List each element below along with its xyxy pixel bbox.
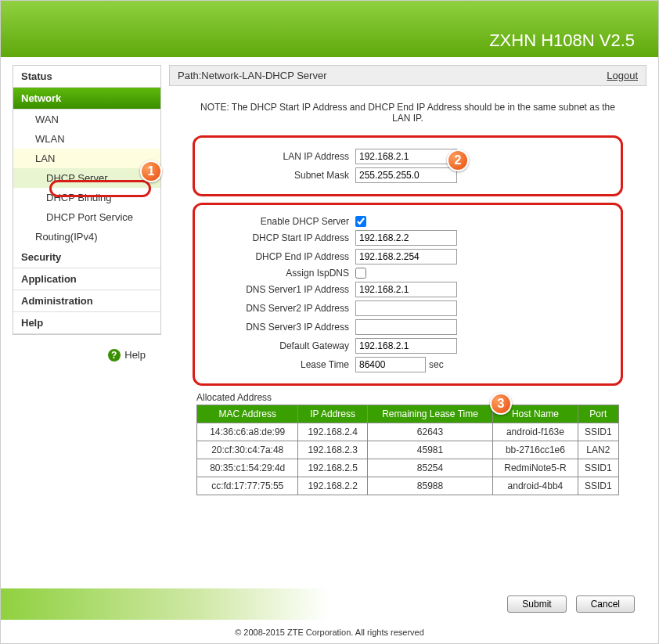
path-prefix: Path: [178, 70, 201, 81]
subnet-field[interactable] [355, 167, 457, 183]
note-text: NOTE: The DHCP Start IP Address and DHCP… [193, 102, 623, 124]
dns3-label: DNS Server3 IP Address [207, 322, 355, 333]
dns1-field[interactable] [355, 282, 457, 297]
dhcp-start-label: DHCP Start IP Address [207, 232, 355, 243]
lease-field[interactable] [355, 357, 426, 372]
sidebar-item-network[interactable]: Network [13, 88, 160, 110]
gateway-label: Default Gateway [207, 340, 355, 351]
cell-time: 62643 [367, 423, 492, 441]
ispdns-checkbox[interactable] [355, 268, 366, 279]
col-mac: MAC Address [197, 405, 298, 423]
table-row: 14:36:c6:a8:de:99192.168.2.462643android… [197, 423, 619, 441]
sidebar-item-wlan[interactable]: WLAN [13, 129, 160, 149]
copyright-text: © 2008-2015 ZTE Corporation. All rights … [1, 628, 658, 637]
lease-label: Lease Time [207, 359, 355, 370]
cell-ip: 192.168.2.4 [298, 423, 367, 441]
lan-ip-box: LAN IP Address Subnet Mask [193, 135, 623, 196]
dhcp-end-label: DHCP End IP Address [207, 251, 355, 262]
cell-mac: 20:cf:30:c4:7a:48 [197, 441, 298, 459]
cell-host: bb-2716cc1e6 [493, 441, 578, 459]
cell-port: SSID1 [578, 423, 618, 441]
breadcrumb: Path:Network-LAN-DHCP Server Logout [169, 65, 646, 86]
submit-button[interactable]: Submit [507, 595, 566, 613]
cell-ip: 192.168.2.5 [298, 459, 367, 477]
sidebar-item-routing[interactable]: Routing(IPv4) [13, 227, 160, 246]
allocated-table: MAC Address IP Address Remaining Lease T… [196, 405, 619, 495]
cell-time: 85254 [367, 459, 492, 477]
dhcp-start-field[interactable] [355, 230, 457, 246]
col-port: Port [578, 405, 618, 423]
ispdns-label: Assign IspDNS [207, 268, 355, 279]
sidebar-item-status[interactable]: Status [13, 66, 160, 88]
col-ip: IP Address [298, 405, 367, 423]
dns1-label: DNS Server1 IP Address [207, 284, 355, 295]
lease-unit: sec [429, 359, 444, 370]
header: ZXHN H108N V2.5 [1, 1, 658, 57]
table-row: 80:35:c1:54:29:4d192.168.2.585254RedmiNo… [197, 459, 619, 477]
cell-ip: 192.168.2.3 [298, 441, 367, 459]
callout-ring-1 [49, 180, 151, 197]
cell-mac: cc:fd:17:77:75:55 [197, 477, 298, 495]
dns3-field[interactable] [355, 319, 457, 335]
subnet-label: Subnet Mask [207, 170, 355, 181]
sidebar-item-dhcp-port[interactable]: DHCP Port Service [13, 207, 160, 227]
sidebar: Status Network WAN WLAN LAN DHCP Server … [13, 65, 161, 335]
table-row: cc:fd:17:77:75:55192.168.2.285988android… [197, 477, 619, 495]
sidebar-item-security[interactable]: Security [13, 246, 160, 268]
dns2-field[interactable] [355, 300, 457, 316]
cell-mac: 14:36:c6:a8:de:99 [197, 423, 298, 441]
path-value: Network-LAN-DHCP Server [201, 70, 326, 81]
callout-3: 3 [490, 393, 512, 415]
logout-link[interactable]: Logout [607, 70, 638, 81]
sidebar-item-lan[interactable]: LAN [13, 149, 160, 168]
sidebar-item-help[interactable]: Help [13, 312, 160, 334]
gateway-field[interactable] [355, 338, 457, 354]
cell-mac: 80:35:c1:54:29:4d [197, 459, 298, 477]
cell-time: 85988 [367, 477, 492, 495]
dhcp-end-field[interactable] [355, 249, 457, 264]
allocated-title: Allocated Address [196, 392, 646, 403]
callout-1: 1 [140, 160, 162, 182]
cell-ip: 192.168.2.2 [298, 477, 367, 495]
page-title: ZXHN H108N V2.5 [489, 31, 635, 51]
enable-dhcp-checkbox[interactable] [355, 216, 366, 227]
cell-port: SSID1 [578, 459, 618, 477]
cell-port: LAN2 [578, 441, 618, 459]
sidebar-item-administration[interactable]: Administration [13, 290, 160, 312]
cell-port: SSID1 [578, 477, 618, 495]
col-time: Remaining Lease Time [367, 405, 492, 423]
cell-host: android-f163e [493, 423, 578, 441]
help-label: Help [124, 349, 146, 361]
cell-host: RedmiNote5-R [493, 459, 578, 477]
help-link[interactable]: ? Help [13, 335, 161, 369]
callout-2: 2 [447, 149, 469, 171]
sidebar-item-application[interactable]: Application [13, 268, 160, 290]
sidebar-item-wan[interactable]: WAN [13, 110, 160, 129]
cancel-button[interactable]: Cancel [576, 595, 635, 613]
question-icon: ? [108, 349, 121, 362]
cell-time: 45981 [367, 441, 492, 459]
footer-bar: Submit Cancel [1, 588, 658, 620]
dns2-label: DNS Server2 IP Address [207, 303, 355, 314]
lan-ip-field[interactable] [355, 149, 457, 164]
enable-dhcp-label: Enable DHCP Server [207, 216, 355, 227]
table-row: 20:cf:30:c4:7a:48192.168.2.345981bb-2716… [197, 441, 619, 459]
cell-host: android-4bb4 [493, 477, 578, 495]
dhcp-box: Enable DHCP Server DHCP Start IP Address… [193, 203, 623, 386]
lan-ip-label: LAN IP Address [207, 151, 355, 162]
